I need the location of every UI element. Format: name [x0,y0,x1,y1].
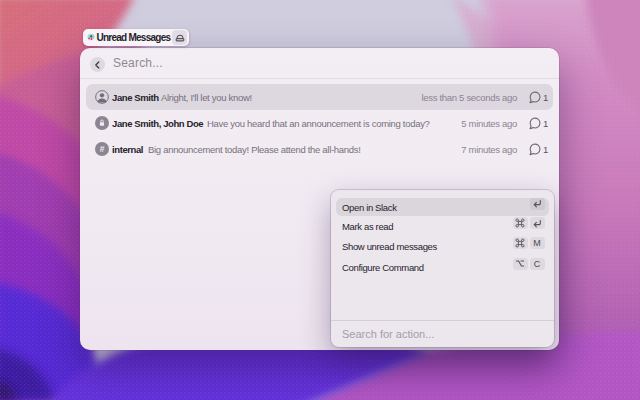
svg-text:#: # [100,144,105,154]
